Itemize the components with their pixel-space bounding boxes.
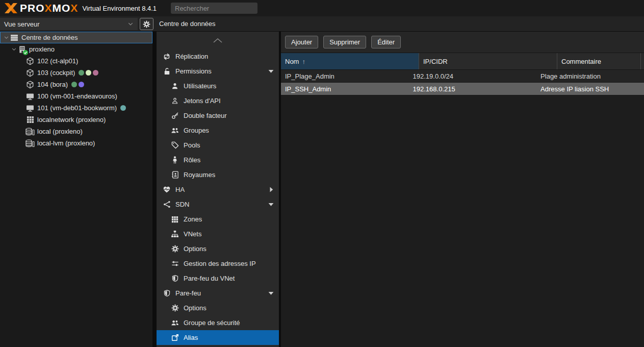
- nav-item-vnet-firewall[interactable]: Pare-feu du VNet: [157, 271, 279, 286]
- tree-expand-caret-icon[interactable]: [3, 35, 10, 40]
- nav-item-label: SDN: [175, 201, 189, 208]
- column-header-ip-cidr[interactable]: IP/CIDR: [419, 53, 557, 69]
- tree-item-storage-local[interactable]: local (proxleno): [0, 126, 152, 137]
- table-row[interactable]: IP_Plage_Admin 192.19.0.0/24 Plage admin…: [281, 70, 644, 83]
- tree-item-node-proxleno[interactable]: proxleno: [0, 43, 152, 55]
- nav-item-roles[interactable]: Rôles: [157, 153, 279, 167]
- tree-item-label: proxleno: [29, 45, 55, 53]
- nav-item-alias[interactable]: Alias: [157, 330, 279, 345]
- gear-icon: [171, 304, 179, 312]
- version-label: Virtual Environment 8.4.1: [82, 5, 157, 12]
- tag-dot: [86, 70, 91, 76]
- nav-item-label: Jetons d'API: [184, 97, 221, 105]
- cell-comment: Adresse IP liasion SSH: [536, 83, 644, 95]
- nav-item-zones[interactable]: Zones: [157, 212, 279, 227]
- tree-item-ct-102[interactable]: 102 (ct-alp01): [0, 55, 152, 67]
- tag-dot: [71, 82, 77, 87]
- users-icon: [171, 127, 179, 134]
- column-header-label: IP/CIDR: [423, 58, 448, 65]
- tree-item-label: localnetwork (proxleno): [37, 116, 106, 123]
- nav-item-ha[interactable]: HA: [157, 182, 279, 197]
- wordmark-text: PRO: [20, 2, 45, 14]
- tree-item-datacenter[interactable]: Centre de données: [0, 32, 152, 43]
- tree-item-label: local-lvm (proxleno): [37, 139, 95, 147]
- nav-item-firewall-options[interactable]: Options: [157, 301, 279, 315]
- status-ok-icon: [23, 50, 28, 55]
- share-nodes-icon: [163, 201, 171, 208]
- tree-item-label: 101 (vm-deb01-bookworm): [37, 104, 117, 112]
- storage-icon: [25, 128, 35, 136]
- network-icon: [25, 116, 35, 123]
- nav-item-users[interactable]: Utilisateurs: [157, 79, 279, 93]
- cell-name: IP_SSH_Admin: [281, 83, 409, 95]
- column-header-nom[interactable]: Nom ↑: [281, 53, 419, 69]
- cell-ip-cidr: 192.168.0.215: [409, 83, 537, 95]
- proxmox-app: PROXMOX Virtual Environment 8.4.1 Vue se…: [0, 0, 644, 347]
- tree-expand-caret-icon[interactable]: [10, 46, 17, 52]
- container-icon: [25, 69, 35, 77]
- nav-item-label: VNets: [184, 230, 201, 238]
- tree-item-storage-local-lvm[interactable]: local-lvm (proxleno): [0, 137, 152, 149]
- nav-item-security-group[interactable]: Groupe de sécurité: [157, 315, 279, 330]
- tree-item-label: 103 (cockpit): [37, 69, 75, 77]
- proxmox-logo-icon: [4, 3, 18, 14]
- nav-item-ipam[interactable]: Gestion des adresses IP: [157, 256, 279, 271]
- caret-down-icon: [268, 202, 274, 207]
- nav-item-pools[interactable]: Pools: [157, 138, 279, 153]
- nav-item-sdn-options[interactable]: Options: [157, 241, 279, 256]
- nav-item-sdn[interactable]: SDN: [157, 197, 279, 212]
- shield-icon: [171, 275, 179, 282]
- wordmark-x: X: [45, 2, 53, 14]
- nav-item-label: Réplication: [175, 53, 208, 60]
- chevron-down-icon: [127, 21, 134, 27]
- nav-item-realms[interactable]: Royaumes: [157, 167, 279, 182]
- config-nav: Réplication Permissions Utilisateurs Jet…: [157, 32, 280, 347]
- remove-button[interactable]: Supprimer: [323, 36, 366, 48]
- tree-settings-button[interactable]: [140, 18, 153, 30]
- tree-item-localnetwork[interactable]: localnetwork (proxleno): [0, 114, 152, 126]
- gear-icon: [171, 245, 179, 253]
- person-icon: [171, 156, 179, 164]
- cell-name: IP_Plage_Admin: [281, 70, 409, 82]
- table-row[interactable]: IP_SSH_Admin 192.168.0.215 Adresse IP li…: [281, 83, 644, 95]
- unlock-icon: [163, 67, 171, 76]
- nav-item-label: Permissions: [175, 67, 212, 75]
- tree-item-ct-104[interactable]: 104 (bora): [0, 79, 152, 90]
- tag-dot: [79, 70, 84, 76]
- chevron-up-icon: [212, 37, 223, 44]
- search-input[interactable]: [171, 3, 257, 14]
- nav-item-label: Zones: [184, 215, 202, 223]
- heartbeat-icon: [163, 186, 171, 193]
- storage-icon: [25, 139, 35, 147]
- tree-item-vm-101[interactable]: 101 (vm-deb01-bookworm): [0, 102, 152, 114]
- alias-toolbar: Ajouter Supprimer Éditer: [281, 32, 644, 53]
- edit-button[interactable]: Éditer: [371, 36, 401, 48]
- breadcrumb: Centre de données: [159, 20, 216, 28]
- caret-right-icon: [268, 187, 274, 192]
- container-icon: [25, 57, 35, 65]
- tree-item-vm-100[interactable]: 100 (vm-001-endeavouros): [0, 90, 152, 102]
- view-selector[interactable]: Vue serveur: [0, 18, 138, 30]
- nav-item-two-factor[interactable]: Double facteur: [157, 108, 279, 123]
- tree-item-label: Centre de données: [21, 34, 78, 41]
- key-icon: [171, 112, 179, 119]
- nav-item-api-tokens[interactable]: Jetons d'API: [157, 93, 279, 108]
- caret-down-icon: [268, 68, 274, 74]
- table-header: Nom ↑ IP/CIDR Commentaire: [281, 53, 644, 70]
- tree-item-ct-103[interactable]: 103 (cockpit): [0, 67, 152, 79]
- nav-item-replication[interactable]: Réplication: [157, 49, 279, 64]
- nav-item-label: Groupes: [184, 127, 209, 134]
- vm-icon: [25, 104, 35, 112]
- view-selector-label: Vue serveur: [4, 20, 127, 28]
- nav-item-firewall[interactable]: Pare-feu: [157, 286, 279, 301]
- nav-item-permissions[interactable]: Permissions: [157, 64, 279, 79]
- tree-item-label: 104 (bora): [37, 81, 68, 88]
- column-header-commentaire[interactable]: Commentaire: [557, 53, 641, 69]
- nav-item-vnets[interactable]: VNets: [157, 227, 279, 241]
- scroll-up-indicator[interactable]: [157, 32, 279, 49]
- cell-comment: Plage administration: [536, 70, 644, 82]
- cell-ip-cidr: 192.19.0.0/24: [409, 70, 537, 82]
- add-button[interactable]: Ajouter: [285, 36, 318, 48]
- nav-item-groups[interactable]: Groupes: [157, 123, 279, 138]
- vm-icon: [25, 92, 35, 101]
